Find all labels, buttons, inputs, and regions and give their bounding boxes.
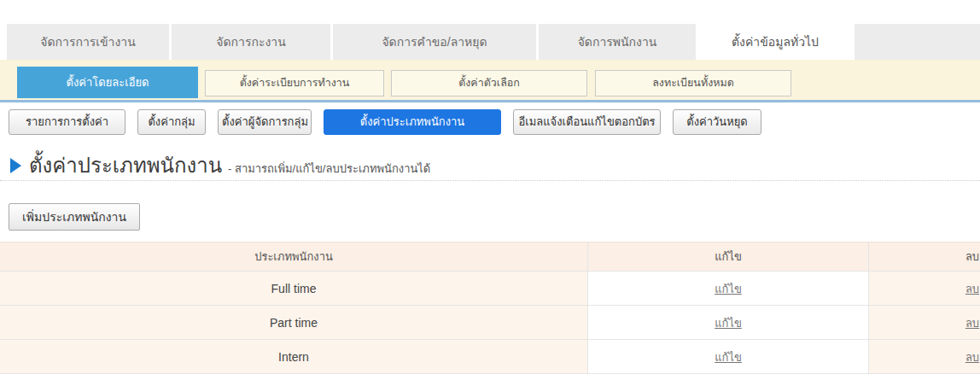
holiday-settings-button[interactable]: ตั้งค่าวันหยุด	[673, 109, 761, 135]
column-header-edit: แก้ไข	[588, 243, 869, 272]
employee-type-name: Part time	[0, 306, 588, 340]
chevron-right-icon	[10, 158, 21, 173]
subtab-option-settings[interactable]: ตั้งค่าตัวเลือก	[391, 70, 587, 96]
delete-link[interactable]: ลบ	[965, 351, 979, 364]
tab-employee-management[interactable]: จัดการพนักงาน	[539, 24, 696, 60]
edit-link[interactable]: แก้ไข	[715, 317, 742, 330]
settings-nav: รายการการตั้งค่า ตั้งค่ากลุ่ม ตั้งค่าผู้…	[9, 109, 761, 135]
employee-type-settings-button[interactable]: ตั้งค่าประเภทพนักงาน	[324, 109, 501, 135]
add-employee-type-button[interactable]: เพิ่มประเภทพนักงาน	[9, 203, 140, 231]
dotted-divider	[0, 180, 980, 181]
timecard-edit-email-alert-button[interactable]: อีเมลแจ้งเตือนแก้ไขตอกบัตร	[513, 109, 661, 135]
group-manager-settings-button[interactable]: ตั้งค่าผู้จัดการกลุ่ม	[218, 109, 312, 135]
employee-type-table: ประเภทพนักงาน แก้ไข ลบ Full time แก้ไข ล…	[0, 242, 980, 374]
tab-request-leave-management[interactable]: จัดการคำขอ/ลาหยุด	[333, 24, 536, 60]
page-subtitle: - สามารถเพิ่ม/แก้ไข/ลบประเภทพนักงานได้	[228, 160, 430, 178]
edit-link[interactable]: แก้ไข	[715, 351, 742, 364]
tab-bar-filler	[855, 24, 980, 60]
column-header-employee-type: ประเภทพนักงาน	[0, 243, 588, 272]
employee-type-name: Intern	[0, 340, 588, 374]
subtab-register-all[interactable]: ลงทะเบียนทั้งหมด	[595, 70, 791, 96]
group-settings-button[interactable]: ตั้งค่ากลุ่ม	[137, 109, 206, 135]
page-title: ตั้งค่าประเภทพนักงาน	[29, 149, 222, 182]
delete-link[interactable]: ลบ	[965, 283, 979, 295]
table-row: Full time แก้ไข ลบ	[0, 272, 980, 306]
main-tab-bar: จัดการการเข้างาน จัดการกะงาน จัดการคำขอ/…	[0, 24, 980, 60]
page-heading: ตั้งค่าประเภทพนักงาน - สามารถเพิ่ม/แก้ไข…	[10, 149, 430, 182]
settings-list-button[interactable]: รายการการตั้งค่า	[9, 109, 125, 135]
tab-attendance-management[interactable]: จัดการการเข้างาน	[7, 24, 169, 60]
edit-link[interactable]: แก้ไข	[715, 283, 742, 295]
tab-shift-management[interactable]: จัดการกะงาน	[172, 24, 330, 60]
sub-tab-bar: ตั้งค่าโดยละเอียด ตั้งค่าระเบียบการทำงาน…	[0, 60, 980, 102]
page: จัดการการเข้างาน จัดการกะงาน จัดการคำขอ/…	[0, 0, 980, 380]
employee-type-name: Full time	[0, 272, 588, 306]
tab-general-settings[interactable]: ตั้งค่าข้อมูลทั่วไป	[698, 24, 852, 60]
table-row: Intern แก้ไข ลบ	[0, 340, 980, 374]
subtab-work-rules-settings[interactable]: ตั้งค่าระเบียบการทำงาน	[205, 70, 384, 96]
subtab-detailed-settings[interactable]: ตั้งค่าโดยละเอียด	[17, 67, 198, 98]
table-row: Part time แก้ไข ลบ	[0, 306, 980, 340]
table-header-row: ประเภทพนักงาน แก้ไข ลบ	[0, 243, 980, 272]
column-header-delete: ลบ	[869, 243, 980, 272]
delete-link[interactable]: ลบ	[965, 317, 979, 330]
